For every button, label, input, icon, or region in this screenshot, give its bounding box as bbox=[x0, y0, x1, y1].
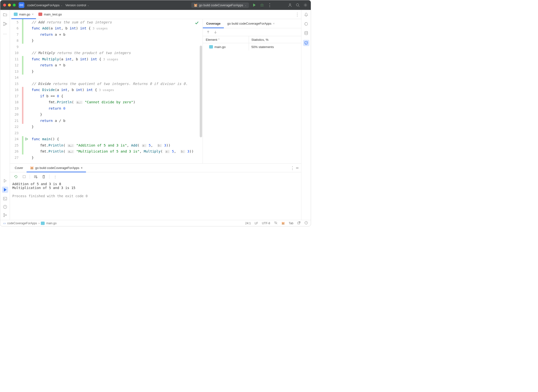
code-line[interactable]: 20 } bbox=[10, 112, 203, 118]
structure-tool-icon[interactable] bbox=[3, 21, 7, 26]
soft-wrap-button[interactable] bbox=[33, 174, 38, 179]
inspection-status-icon[interactable] bbox=[195, 21, 199, 26]
coverage-tab[interactable]: Coverage bbox=[203, 19, 224, 28]
code-text: return a / b bbox=[29, 119, 65, 123]
statusbar: ▭ codeCoverageForApps › main.go 24:1 LF … bbox=[0, 220, 311, 226]
code-line[interactable]: 17 if b == 0 { bbox=[10, 93, 203, 99]
run-panel: Cover 🐹 go build codeCoverageForApps × ⋮ bbox=[10, 163, 301, 220]
git-tool-icon[interactable] bbox=[3, 213, 7, 217]
project-tool-icon[interactable] bbox=[3, 12, 7, 17]
console-output[interactable]: Addition of 5 and 3 is 8Multiplication o… bbox=[10, 181, 301, 220]
run-tab-cover[interactable]: Cover bbox=[11, 164, 27, 172]
breadcrumb[interactable]: ▭ codeCoverageForApps › main.go bbox=[3, 222, 57, 225]
code-line[interactable]: 8} bbox=[10, 38, 203, 44]
coverage-row[interactable]: main.go50% statements bbox=[203, 43, 301, 50]
code-line[interactable]: 11func Multiply(a int, b int) int {3 usa… bbox=[10, 56, 203, 62]
caret-position[interactable]: 24:1 bbox=[245, 222, 251, 225]
coverage-run-tool-icon[interactable] bbox=[2, 187, 8, 193]
terminal-tool-icon[interactable] bbox=[3, 196, 7, 201]
line-separator[interactable]: LF bbox=[255, 222, 258, 225]
more-tools-icon[interactable]: … bbox=[3, 31, 7, 35]
code-line[interactable]: 5// Add returns the sum of two integers bbox=[10, 19, 203, 25]
debug-button[interactable] bbox=[260, 3, 264, 7]
expand-icon[interactable] bbox=[213, 30, 218, 35]
readonly-icon[interactable] bbox=[274, 221, 277, 225]
open-in-icon[interactable] bbox=[297, 221, 301, 225]
coverage-gutter bbox=[22, 87, 23, 93]
file-encoding[interactable]: UTF-8 bbox=[262, 222, 270, 225]
code-line[interactable]: 13} bbox=[10, 68, 203, 75]
notifications-icon[interactable] bbox=[304, 12, 309, 17]
code-line[interactable]: 12 return a * b bbox=[10, 62, 203, 69]
editor-tabs-more[interactable]: ⋮ bbox=[295, 12, 300, 17]
run-gutter-icon[interactable] bbox=[24, 137, 29, 141]
run-tab-config[interactable]: 🐹 go build codeCoverageForApps × bbox=[27, 164, 86, 172]
code-line[interactable]: 27} bbox=[10, 154, 203, 161]
code-line[interactable]: 10// Multiply returns the product of two… bbox=[10, 50, 203, 56]
code-line[interactable]: 25 fmt.Println( a…: "Addition of 5 and 3… bbox=[10, 142, 203, 148]
database-icon[interactable] bbox=[304, 31, 309, 35]
code-line[interactable]: 15// Divide returns the quotient of two … bbox=[10, 81, 203, 87]
search-icon[interactable] bbox=[295, 3, 300, 7]
code-with-me-icon[interactable] bbox=[288, 3, 292, 7]
editor-tab[interactable]: main.go× bbox=[11, 10, 36, 19]
coverage-gutter bbox=[22, 142, 23, 148]
line-number: 22 bbox=[10, 125, 22, 129]
code-line[interactable]: 19 return 0 bbox=[10, 105, 203, 112]
more-actions[interactable]: ⋮ bbox=[267, 3, 272, 7]
line-number: 19 bbox=[10, 106, 22, 110]
close-icon[interactable]: × bbox=[273, 22, 275, 25]
usages-hint[interactable]: 3 usages bbox=[93, 27, 108, 30]
code-line[interactable]: 26 fmt.Println( a…: "Multiplication of 5… bbox=[10, 148, 203, 155]
go-plugin-icon[interactable]: 🐹 bbox=[281, 222, 285, 225]
chevron-down-icon: ⌄ bbox=[245, 4, 247, 7]
coverage-col-element[interactable]: Element ˄ bbox=[203, 38, 249, 42]
vcs-menu[interactable]: Version control ⌄ bbox=[65, 3, 89, 7]
usages-hint[interactable]: 3 usages bbox=[103, 57, 118, 61]
toolbar-more[interactable]: ⋮ bbox=[52, 174, 58, 179]
close-icon[interactable]: × bbox=[32, 12, 34, 16]
delete-button[interactable] bbox=[41, 174, 46, 179]
coverage-tool-icon[interactable] bbox=[303, 40, 309, 46]
usages-hint[interactable]: 3 usages bbox=[99, 88, 114, 92]
ai-assistant-icon[interactable] bbox=[304, 21, 309, 26]
zoom-window[interactable] bbox=[13, 4, 16, 7]
code-line[interactable]: 22} bbox=[10, 124, 203, 130]
project-menu[interactable]: codeCoverageForApps ⌄ bbox=[27, 3, 63, 7]
sort-asc-icon: ˄ bbox=[218, 38, 219, 41]
problems-status-icon[interactable] bbox=[304, 221, 308, 225]
code-line[interactable]: 18 fmt.Println( a…: "Cannot divide by ze… bbox=[10, 99, 203, 105]
code-line[interactable]: 14 bbox=[10, 75, 203, 81]
problems-tool-icon[interactable] bbox=[3, 204, 7, 209]
coverage-col-stats[interactable]: Statistics, % bbox=[249, 36, 301, 43]
svg-point-14 bbox=[305, 31, 308, 32]
indent-label[interactable]: Tab bbox=[289, 222, 293, 225]
close-window[interactable] bbox=[3, 4, 6, 7]
hide-panel-icon[interactable] bbox=[295, 166, 300, 170]
coverage-gutter bbox=[22, 50, 23, 56]
code-line[interactable]: 21 return a / b bbox=[10, 118, 203, 124]
code-line[interactable]: 23 bbox=[10, 130, 203, 136]
code-editor[interactable]: 5// Add returns the sum of two integers6… bbox=[10, 19, 203, 163]
run-button[interactable] bbox=[252, 3, 257, 7]
settings-icon[interactable] bbox=[303, 3, 308, 7]
coverage-file-name: main.go bbox=[214, 45, 226, 49]
editor-scrollbar[interactable] bbox=[200, 46, 202, 137]
code-line[interactable]: 24func main() { bbox=[10, 136, 203, 142]
close-icon[interactable]: × bbox=[81, 166, 83, 170]
code-line[interactable]: 7 return a + b bbox=[10, 31, 203, 38]
code-line[interactable]: 9 bbox=[10, 44, 203, 50]
run-panel-more[interactable]: ⋮ bbox=[290, 166, 295, 170]
run-config-selector[interactable]: 🐹 go build codeCoverageForApps ⌄ bbox=[191, 2, 249, 8]
editor-tab[interactable]: main_test.go bbox=[36, 10, 64, 19]
code-line[interactable]: 16func Divide(a int, b int) int {3 usage… bbox=[10, 87, 203, 93]
run-tool-icon[interactable] bbox=[3, 178, 7, 183]
minimize-window[interactable] bbox=[8, 4, 11, 7]
line-number: 6 bbox=[10, 26, 22, 30]
stop-button[interactable] bbox=[21, 174, 27, 179]
collapse-icon[interactable] bbox=[206, 30, 211, 35]
coverage-config-tab[interactable]: go build codeCoverageForApps × bbox=[224, 19, 278, 28]
code-line[interactable]: 6func Add(a int, b int) int {3 usages bbox=[10, 25, 203, 32]
rerun-button[interactable] bbox=[13, 174, 19, 179]
code-text: return a + b bbox=[29, 33, 65, 36]
